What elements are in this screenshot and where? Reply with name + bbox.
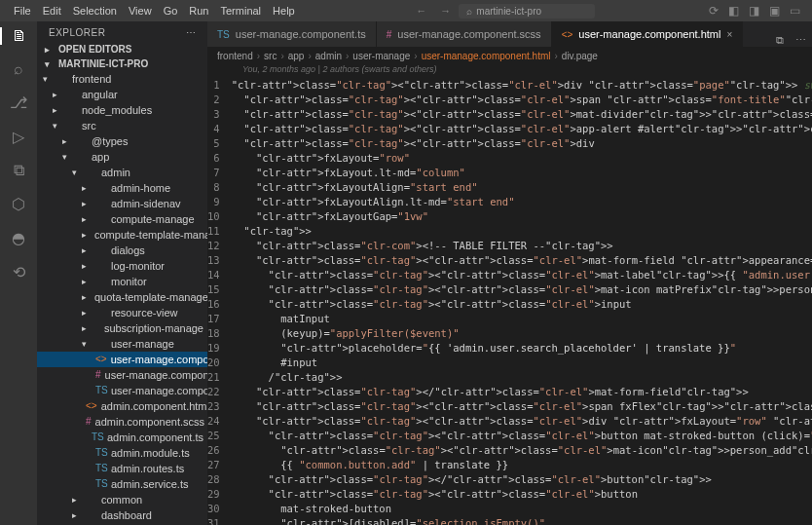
tab-bar: TSuser-manage.component.ts#user-manage.c… [207,21,812,47]
tree-common[interactable]: ▸common [37,492,207,507]
search-icon[interactable]: ⌕ [14,60,23,78]
breadcrumb-item[interactable]: frontend [217,51,253,61]
tree-dialogs[interactable]: ▸dialogs [37,243,207,258]
menubar: FileEditSelectionViewGoRunTerminalHelp ←… [0,0,812,21]
nav-fwd[interactable]: → [434,5,457,17]
editor-area: TSuser-manage.component.ts#user-manage.c… [207,21,812,525]
menu-view[interactable]: View [123,3,158,19]
menu-go[interactable]: Go [158,3,184,19]
tree-user-manage.component.ts[interactable]: TSuser-manage.component.ts [37,383,207,398]
tree-admin[interactable]: ▾admin [37,165,207,180]
git-blame-header: You, 2 months ago | 2 authors (swarts an… [207,64,812,78]
activity-bar: 🗎 ⌕ ⎇ ▷ ⧉ ⬡ ◓ ⟲ [0,21,37,525]
breadcrumb-item[interactable]: admin [315,51,342,61]
tree-admin.component.html[interactable]: <>admin.component.html [37,398,207,414]
open-editors-section[interactable]: ▸OPEN EDITORS [37,42,207,56]
tree-admin-sidenav[interactable]: ▸admin-sidenav [37,196,207,211]
tree-user-manage[interactable]: ▾user-manage [37,336,207,352]
menu-edit[interactable]: Edit [37,3,67,19]
sidebar: EXPLORER ⋯ ▸OPEN EDITORS ▾MARTINIE-ICT-P… [37,21,207,525]
line-number-gutter: 1234567891011121314151617181920212223242… [207,78,228,525]
breadcrumbs[interactable]: frontend›src›app›admin›user-manage›user-… [207,47,812,64]
close-icon[interactable]: × [726,29,732,40]
project-section[interactable]: ▾MARTINIE-ICT-PRO [37,56,207,71]
breadcrumb-item[interactable]: user-manage [352,51,410,61]
tree-log-monitor[interactable]: ▸log-monitor [37,258,207,274]
tree-resource-view[interactable]: ▸resource-view [37,305,207,320]
sidebar-more-icon[interactable]: ⋯ [186,27,197,38]
command-center-text: martinie-ict-pro [476,6,541,17]
tab-user-manage.component.ts[interactable]: TSuser-manage.component.ts [207,21,377,47]
tree-app[interactable]: ▾app [37,149,207,165]
breadcrumb-item[interactable]: div.page [562,51,598,61]
tree-angular[interactable]: ▸angular [37,87,207,102]
tree-admin.service.ts[interactable]: TSadmin.service.ts [37,476,207,492]
tree-user-manage.component.scss[interactable]: #user-manage.component.scss [37,367,207,383]
tree-compute-manage[interactable]: ▸compute-manage [37,211,207,227]
tree-frontend[interactable]: ▾frontend [37,71,207,87]
extensions-icon[interactable]: ⧉ [14,162,24,179]
tree-admin.component.scss[interactable]: #admin.component.scss [37,414,207,430]
explorer-icon[interactable]: 🗎 [0,27,37,45]
tree-@types[interactable]: ▸@types [37,133,207,149]
layout-right-icon[interactable]: ▣ [765,4,784,18]
breadcrumb-item[interactable]: user-manage.component.html [422,51,551,61]
source-control-icon[interactable]: ⎇ [10,94,27,112]
tab-user-manage.component.html[interactable]: <>user-manage.component.html× [552,21,744,47]
run-debug-icon[interactable]: ▷ [13,128,24,146]
tab-more-icon[interactable]: ⋯ [790,34,812,47]
command-center[interactable]: ⌕ martinie-ict-pro [459,4,595,19]
menu-file[interactable]: File [8,3,37,19]
tree-admin-home[interactable]: ▸admin-home [37,180,207,196]
search-icon: ⌕ [466,6,472,17]
menu-run[interactable]: Run [183,3,214,19]
tree-user-manage.component.html[interactable]: <>user-manage.component.html [37,352,207,367]
tree-monitor[interactable]: ▸monitor [37,274,207,289]
nav-back[interactable]: ← [410,5,432,17]
sidebar-title: EXPLORER [49,27,105,38]
layout-panel-icon[interactable]: ◨ [745,4,763,18]
docker-icon[interactable]: ◓ [12,229,25,247]
tree-quota-template-manage[interactable]: ▸quota-template-manage [37,289,207,305]
tree-admin.module.ts[interactable]: TSadmin.module.ts [37,445,207,461]
breadcrumb-item[interactable]: app [288,51,305,61]
tree-subscription-manage[interactable]: ▸subscription-manage [37,320,207,336]
breadcrumb-item[interactable]: src [264,51,277,61]
tree-admin.component.ts[interactable]: TSadmin.component.ts [37,430,207,445]
live-share-icon[interactable]: ⟲ [13,263,25,281]
remote-icon[interactable]: ⬡ [12,195,25,213]
split-editor-icon[interactable]: ⧉ [770,34,790,47]
tree-admin.routes.ts[interactable]: TSadmin.routes.ts [37,461,207,476]
customize-icon[interactable]: ▭ [786,4,804,18]
layout-toggle-icon[interactable]: ⟳ [705,4,722,18]
menu-selection[interactable]: Selection [67,3,123,19]
menu-help[interactable]: Help [267,3,301,19]
tree-src[interactable]: ▾src [37,118,207,133]
layout-sidebar-icon[interactable]: ◧ [724,4,743,18]
menu-terminal[interactable]: Terminal [215,3,268,19]
tree-dashboard[interactable]: ▸dashboard [37,507,207,523]
tree-node_modules[interactable]: ▸node_modules [37,102,207,118]
tab-user-manage.component.scss[interactable]: #user-manage.component.scss [377,21,552,47]
code-lines[interactable]: "clr-attr">class="clr-tag"><"clr-attr">c… [228,78,812,525]
tree-compute-template-manage[interactable]: ▸compute-template-manage [37,227,207,243]
